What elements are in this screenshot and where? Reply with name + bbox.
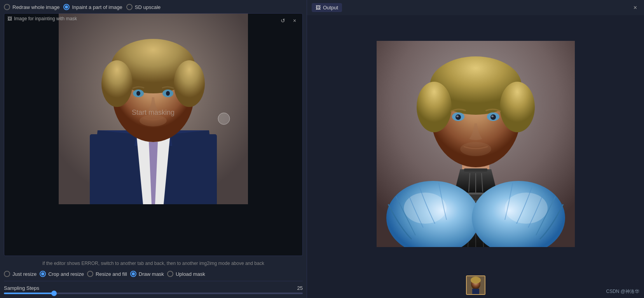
sampling-slider[interactable] [4,293,303,294]
output-tab-label: Output [323,5,338,11]
close-canvas-button[interactable]: × [290,16,299,25]
upscale-label: SD upscale [135,4,161,10]
svg-point-32 [460,142,491,156]
svg-point-30 [456,115,459,117]
resize-options: Just resize Crop and resize Resize and f… [4,271,303,277]
output-svg [377,41,575,247]
svg-point-25 [500,82,535,132]
image-canvas[interactable]: 🖼 Image for inpainting with mask ↺ × [4,13,303,256]
svg-text:Start masking: Start masking [132,109,175,116]
svg-point-17 [140,115,167,126]
svg-point-45 [404,193,447,224]
upload-mask-radio[interactable] [167,271,173,277]
option-crop-resize[interactable]: Crop and resize [40,271,84,277]
refresh-button[interactable]: ↺ [278,16,288,25]
sampling-steps-section: Sampling Steps 25 [4,285,303,294]
just-resize-radio[interactable] [4,271,10,277]
svg-point-24 [417,82,452,132]
mode-tabs: Redraw whole image Inpaint a part of ima… [4,4,303,10]
svg-point-11 [101,60,133,107]
divider [4,281,303,281]
svg-point-19 [218,113,230,124]
sampling-label: Sampling Steps [4,285,39,291]
image-label-bar: 🖼 Image for inpainting with mask [7,16,77,21]
thumbnail-item[interactable] [466,275,485,295]
upload-mask-label: Upload mask [176,271,205,277]
svg-rect-34 [464,168,487,172]
svg-point-16 [166,91,170,96]
close-output-button[interactable]: × [631,4,639,12]
tab-upscale[interactable]: SD upscale [126,4,161,10]
output-icon: 🖼 [316,5,321,11]
output-image-area [307,15,644,272]
thumbnail-strip [307,272,644,298]
slider-header: Sampling Steps 25 [4,285,303,291]
left-panel: Redraw whole image Inpaint a part of ima… [0,0,307,298]
svg-point-15 [136,91,140,96]
tab-inpaint[interactable]: Inpaint a part of image [63,4,122,10]
error-hint-text: if the editor shows ERROR, switch to ano… [4,259,303,268]
option-resize-fill[interactable]: Resize and fill [87,271,127,277]
resize-fill-radio[interactable] [87,271,93,277]
svg-point-31 [491,115,494,117]
upscale-radio[interactable] [126,4,133,10]
just-resize-label: Just resize [12,271,37,277]
svg-point-12 [174,60,205,107]
portrait-svg: Start masking [59,14,248,204]
svg-point-50 [471,277,481,284]
svg-point-29 [490,114,496,120]
image-controls: ↺ × [278,16,299,25]
sampling-value: 25 [297,285,303,291]
svg-point-47 [505,193,548,224]
crop-resize-label: Crop and resize [48,271,84,277]
output-tab[interactable]: 🖼 Output [312,3,342,12]
redraw-radio[interactable] [4,4,10,10]
option-draw-mask[interactable]: Draw mask [130,271,164,277]
thumbnail-svg [467,276,485,294]
svg-rect-51 [472,289,479,294]
svg-point-28 [456,114,461,120]
inpaint-radio[interactable] [63,4,70,10]
right-panel: 🖼 Output × [307,0,644,298]
tab-redraw[interactable]: Redraw whole image [4,4,59,10]
redraw-label: Redraw whole image [12,4,59,10]
output-header: 🖼 Output × [307,0,644,15]
option-upload-mask[interactable]: Upload mask [167,271,205,277]
image-icon: 🖼 [7,16,12,21]
resize-fill-label: Resize and fill [96,271,127,277]
crop-resize-radio[interactable] [40,271,46,277]
draw-mask-radio[interactable] [130,271,136,277]
inpaint-label: Inpaint a part of image [72,4,122,10]
image-label-text: Image for inpainting with mask [14,16,77,21]
option-just-resize[interactable]: Just resize [4,271,37,277]
watermark-text: CSDN @神洛华 [606,288,639,295]
draw-mask-label: Draw mask [139,271,164,277]
